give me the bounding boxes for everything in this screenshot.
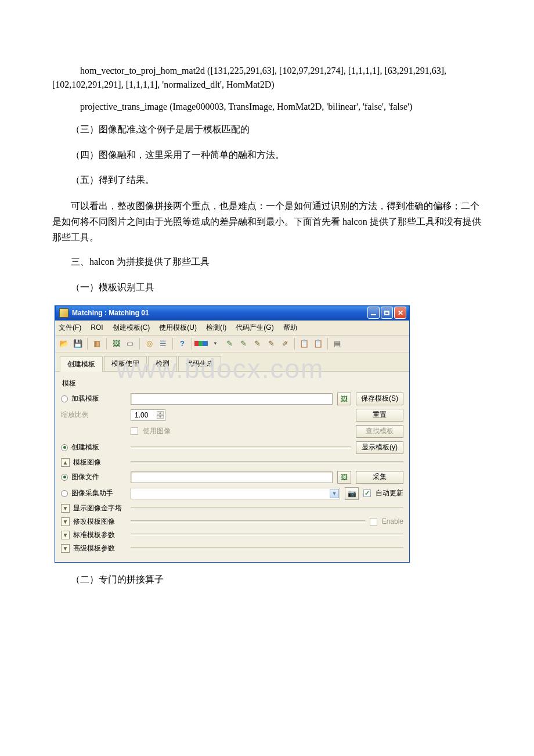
browse-button[interactable]: 🖼 (337, 393, 351, 405)
tab-create-template[interactable]: 创建模板 (60, 357, 103, 372)
expander-modify-template-image[interactable]: ▼ 修改模板图像 (61, 517, 126, 527)
image-file-field[interactable] (131, 471, 333, 483)
save-icon[interactable]: 💾 (71, 337, 84, 350)
close-icon: ✕ (398, 309, 403, 317)
help-icon[interactable]: ? (176, 337, 189, 350)
chevron-up-icon: ▲ (61, 458, 70, 467)
chevron-down-icon: ▼ (61, 504, 70, 513)
maximize-icon (384, 311, 389, 315)
label-adv-params: 高级模板参数 (73, 543, 115, 553)
chevron-down-icon: ▼ (61, 531, 70, 539)
expander-template-image[interactable]: ▲ 模板图像 (61, 458, 126, 467)
label-scale: 缩放比例 (61, 410, 126, 420)
code-line-1: hom_vector_to_proj_hom_mat2d ([131,225,2… (52, 64, 482, 92)
image-icon[interactable]: 🖼 (110, 337, 122, 350)
acq-icon-button[interactable]: 📷 (345, 487, 359, 500)
tab-codegen[interactable]: 代码生成 (178, 356, 221, 371)
maximize-button[interactable] (381, 307, 393, 319)
acquire-button[interactable]: 采集 (356, 471, 403, 484)
save-template-button[interactable]: 保存模板(S) (356, 393, 403, 405)
chevron-down-icon: ▼ (330, 489, 339, 498)
doc-icon[interactable]: ▤ (331, 337, 344, 350)
toolbar-separator (106, 338, 107, 350)
scale-spin[interactable]: 1.00 ▲▼ (131, 409, 165, 421)
para-5: （五）得到了结果。 (52, 172, 482, 188)
para-4: （四）图像融和，这里采用了一种简单的融和方法。 (52, 147, 482, 163)
label-create-template: 创建模板 (71, 442, 99, 452)
pencil-dark-icon[interactable]: ✎ (265, 337, 277, 350)
group-template: 模板 (61, 375, 403, 391)
title-bar[interactable]: Matching : Matching 01 ✕ (55, 305, 409, 321)
auto-update-checkbox[interactable]: ✓ (363, 489, 371, 497)
label-use-image: 使用图像 (143, 426, 171, 436)
tool-icon[interactable]: ▥ (91, 337, 103, 350)
open-icon[interactable]: 📂 (57, 337, 70, 350)
pencil-dark-icon[interactable]: ✎ (251, 337, 264, 350)
menu-codegen[interactable]: 代码产生(G) (236, 323, 273, 333)
chevron-down-icon: ▼ (61, 517, 70, 526)
minimize-button[interactable] (367, 307, 380, 319)
menu-help[interactable]: 帮助 (283, 323, 297, 333)
camera-icon: 📷 (348, 489, 356, 498)
load-template-field[interactable] (131, 393, 333, 405)
label-modify-template-image: 修改模板图像 (73, 517, 115, 527)
reset-button[interactable]: 重置 (356, 409, 403, 422)
heading-3: 三、halcon 为拼接提供了那些工具 (52, 254, 482, 269)
folder-image-icon: 🖼 (341, 395, 348, 403)
label-template-image: 模板图像 (73, 458, 101, 467)
form-area: 模板 加载模板 🖼 保存模板(S) 缩放比例 1.00 ▲▼ (55, 372, 409, 562)
close-button[interactable]: ✕ (394, 307, 406, 319)
toolbar: 📂 💾 ▥ 🖼 ▭ ◎ ☰ ? (55, 336, 409, 352)
menu-roi[interactable]: ROI (91, 323, 103, 332)
pencil-icon[interactable]: ✎ (223, 337, 236, 350)
toolbar-separator (294, 338, 295, 350)
minimize-icon (371, 314, 376, 315)
folder-image-icon: 🖼 (341, 473, 348, 481)
toolbar-separator (172, 338, 173, 350)
menu-inspect[interactable]: 检测(I) (206, 323, 226, 333)
use-image-checkbox[interactable] (131, 427, 138, 435)
tab-use-template[interactable]: 模板使用 (104, 356, 147, 371)
chevron-down-icon: ▼ (61, 544, 70, 553)
label-load-template: 加载模板 (71, 394, 99, 404)
expander-adv-params[interactable]: ▼ 高级模板参数 (61, 543, 126, 553)
radio-selected-icon (61, 474, 68, 481)
app-icon (59, 308, 68, 318)
eraser-icon[interactable]: ✐ (279, 337, 291, 350)
menu-create-template[interactable]: 创建模板(C) (113, 323, 150, 333)
clipboard-icon[interactable]: 📋 (312, 337, 324, 350)
find-template-button[interactable]: 查找模板 (356, 425, 403, 438)
browse-image-button[interactable]: 🖼 (337, 471, 351, 484)
menu-file[interactable]: 文件(F) (59, 323, 81, 333)
rect-icon[interactable]: ▭ (124, 337, 136, 350)
expander-std-params[interactable]: ▼ 标准模板参数 (61, 530, 126, 540)
shape-color-icon[interactable] (195, 337, 208, 350)
opt-create-template[interactable]: 创建模板 (61, 442, 126, 452)
radio-selected-icon (61, 444, 68, 451)
menu-use-template[interactable]: 使用模板(U) (159, 323, 197, 333)
radio-icon (61, 395, 68, 402)
section-3-2: （二）专门的拼接算子 (52, 572, 482, 587)
expander-show-pyramid[interactable]: ▼ 显示图像金字塔 (61, 503, 126, 513)
divider (131, 534, 403, 536)
dropdown-arrow-icon[interactable]: ▼ (209, 337, 222, 350)
clipboard-icon[interactable]: 📋 (298, 337, 311, 350)
display-template-button[interactable]: 显示模板(y) (356, 441, 403, 454)
label-acq-assist: 图像采集助手 (71, 488, 113, 498)
label-std-params: 标准模板参数 (73, 530, 115, 540)
target-icon[interactable]: ◎ (143, 337, 156, 350)
toolbar-separator (87, 338, 88, 350)
toolbar-separator (139, 338, 140, 350)
list-icon[interactable]: ☰ (157, 337, 169, 350)
tab-inspect[interactable]: 检测 (148, 356, 177, 371)
divider (131, 547, 403, 549)
spin-controls[interactable]: ▲▼ (157, 411, 164, 419)
enable-checkbox[interactable] (370, 518, 377, 525)
opt-acq-assist[interactable]: 图像采集助手 (61, 488, 126, 498)
opt-image-file[interactable]: 图像文件 (61, 472, 126, 482)
code-line-2: projective_trans_image (Image000003, Tra… (52, 100, 482, 114)
pencil-icon[interactable]: ✎ (237, 337, 250, 350)
opt-load-template[interactable]: 加载模板 (61, 394, 126, 404)
section-3-1: （一）模板识别工具 (52, 280, 482, 295)
acq-assist-dropdown[interactable]: ▼ (131, 488, 340, 499)
